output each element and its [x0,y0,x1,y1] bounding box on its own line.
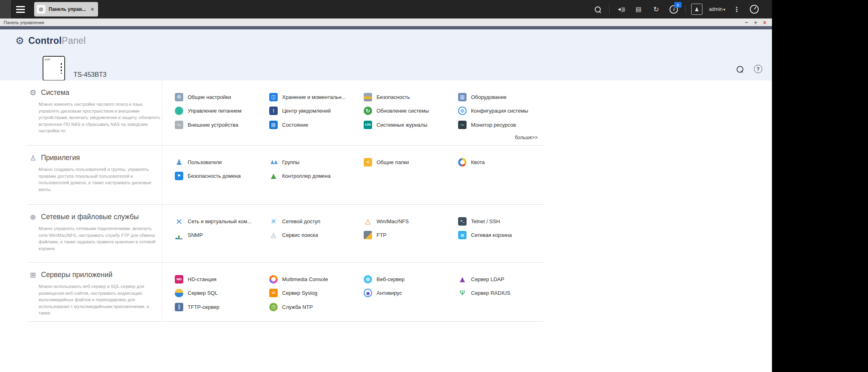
item-label: Пользователи [188,159,222,165]
item-label: FTP [377,232,387,238]
section-description: Можно создавать пользователей и группы, … [39,166,161,193]
more-options-button[interactable]: ⋮ [728,0,745,18]
item-groups[interactable]: ♟♟Группы [269,155,364,169]
sections: ⚙СистемаМожно изменять настройки часовог… [28,80,544,322]
item-hardware[interactable]: ▥Оборудование [458,90,553,104]
user-icon: ♟ [691,4,702,15]
dashboard-button[interactable] [745,0,763,18]
item-web-server[interactable]: ⊕Веб-сервер [364,272,458,286]
logo-light: Panel [62,35,86,46]
item-label: Сетевая корзина [471,232,512,238]
minimize-button[interactable]: − [745,19,748,25]
main-menu-button[interactable] [12,0,29,18]
user-button[interactable]: ♟ [688,0,706,18]
item-label: Центр уведомлений [282,108,331,114]
item-telnet-ssh[interactable]: >_Telnet / SSH [458,214,553,228]
ntp-service-icon: ◷ [269,303,278,311]
logo-bold: Control [28,35,61,46]
item-label: Антивирус [377,290,402,296]
web-server-icon: ⊕ [364,275,372,284]
app-header: ⚙ ControlPanel ? TS-453BT3 Версия програ… [0,29,772,80]
item-hd-station[interactable]: HDHD-станция [175,272,269,286]
background-tasks-button[interactable]: ▤ [630,0,647,18]
item-network-access[interactable]: ×Сетевой доступ [269,214,364,228]
item-general-settings[interactable]: ⚙Общие настройки [175,90,269,104]
item-label: HD-станция [188,276,217,282]
item-label: Состояние [282,122,308,128]
item-shared-folders[interactable]: <Общие папки [364,155,458,169]
app-search-button[interactable] [737,66,743,74]
tab-control-panel[interactable]: ⚙ Панель управ... × [34,2,98,16]
chevron-down-icon[interactable]: ▾ [723,7,725,12]
privilege-section-icon: ♙ [29,154,37,162]
item-label: Сервер Syslog [282,290,317,296]
item-multimedia-console[interactable]: Multimedia Console [269,272,364,286]
section-description: Можно изменять настройки часового пояса … [39,101,161,134]
item-tftp-server[interactable]: ‖TFTP-сервер [175,300,269,314]
win-mac-nfs-icon: △ [364,217,372,226]
close-button[interactable]: × [763,20,766,25]
item-ldap-server[interactable]: ▲Сервер LDAP [458,272,553,286]
section-description: Можно управлять сетевыми подключениями, … [39,225,161,252]
item-label: Веб-сервер [377,276,405,282]
sql-server-icon [175,289,183,297]
gear-icon: ⚙ [37,5,45,14]
system-logs-icon: LOG [364,121,372,129]
notifications-button[interactable]: i 8 [665,0,683,18]
item-quota[interactable]: Квота [458,155,553,169]
item-external-device[interactable]: ▭Внешние устройства [175,118,269,132]
item-network-virtual-switch[interactable]: ×Сеть и виртуальный ком... [175,214,269,228]
item-system-logs[interactable]: LOGСистемные журналы [364,118,458,132]
general-settings-icon: ⚙ [175,93,183,101]
item-system-update[interactable]: ↻Обновление системы [364,104,458,118]
snmp-icon [175,231,183,239]
divider [685,5,686,14]
section-privilege: ♙ПривилегияМожно создавать пользователей… [28,146,544,205]
item-snmp[interactable]: SNMP [175,228,269,243]
item-system-config[interactable]: ⚙Конфигурация системы [458,104,553,118]
item-users[interactable]: ♟Пользователи [175,155,269,169]
storage-snapshots-icon: ◫ [269,93,278,101]
quota-icon [458,158,467,166]
item-security[interactable]: Безопасность [364,90,458,104]
network-recycle-bin-icon: ≡ [458,231,467,239]
domain-controller-icon: ▲ [269,172,278,180]
item-notification-center[interactable]: !Центр уведомлений [269,104,364,118]
item-domain-controller[interactable]: ▲Контроллер домена [269,169,364,183]
hd-station-icon: HD [175,275,183,284]
sync-button[interactable]: ↻ [647,0,665,18]
item-win-mac-nfs[interactable]: △Win/Mac/NFS [364,214,458,228]
item-label: Группы [282,159,299,165]
multimedia-console-icon [269,275,278,284]
item-status[interactable]: ▤Состояние [269,118,364,132]
maximize-button[interactable]: + [754,19,757,25]
security-icon [364,93,372,101]
item-sql-server[interactable]: Сервер SQL [175,286,269,300]
dashboard-gauge-icon [750,5,759,14]
tab-label: Панель управ... [49,6,86,12]
item-domain-security[interactable]: ⚑Безопасность домена [175,169,269,183]
system-update-icon: ↻ [364,107,372,115]
item-power[interactable]: ⚙Управление питанием [175,104,269,118]
more-link[interactable]: больше>> [515,135,538,140]
item-network-recycle-bin[interactable]: ≡Сетевая корзина [458,228,553,243]
item-ftp[interactable]: FTP [364,228,458,243]
section-title: Система [41,88,69,97]
volume-button[interactable]: ◄))) [612,0,630,18]
nas-device-image [43,56,65,81]
admin-menu[interactable]: admin [709,6,723,12]
divider [609,5,610,14]
app-logo: ⚙ ControlPanel [15,35,86,47]
tab-close-icon[interactable]: × [91,6,94,12]
item-syslog-server[interactable]: ✉Сервер Syslog [269,286,364,300]
item-resource-monitor[interactable]: ~Монитор ресурсов [458,118,553,132]
item-discovery-service[interactable]: ◬Сервис поиска [269,228,364,243]
item-storage-snapshots[interactable]: ◫Хранение и моментальн... [269,90,364,104]
groups-icon: ♟♟ [269,158,278,166]
search-button[interactable] [589,0,607,18]
item-ntp-service[interactable]: ◷Служба NTP [269,300,364,314]
item-label: Управление питанием [188,108,242,114]
help-button[interactable]: ? [754,65,762,73]
item-radius-server[interactable]: ΨСервер RADIUS [458,286,553,300]
item-antivirus[interactable]: ◉Антивирус [364,286,458,300]
